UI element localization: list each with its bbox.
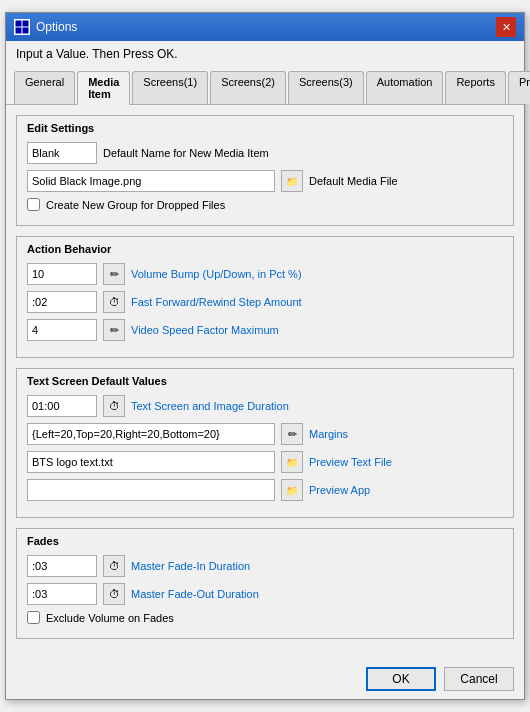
preview-app-label: Preview App xyxy=(309,484,370,496)
fade-out-label: Master Fade-Out Duration xyxy=(131,588,259,600)
text-screen-title: Text Screen Default Values xyxy=(27,375,503,387)
clock-icon2 xyxy=(109,399,120,413)
svg-rect-2 xyxy=(16,28,21,33)
duration-row: Text Screen and Image Duration xyxy=(27,395,503,417)
preview-text-label: Preview Text File xyxy=(309,456,392,468)
fade-out-clock-button[interactable] xyxy=(103,583,125,605)
fast-forward-input[interactable] xyxy=(27,291,97,313)
text-screen-section: Text Screen Default Values Text Screen a… xyxy=(16,368,514,518)
tab-general[interactable]: General xyxy=(14,71,75,104)
fade-in-input[interactable] xyxy=(27,555,97,577)
default-file-input[interactable] xyxy=(27,170,275,192)
folder-icon2 xyxy=(286,455,298,469)
close-button[interactable]: ✕ xyxy=(496,17,516,37)
margins-label: Margins xyxy=(309,428,348,440)
create-group-checkbox[interactable] xyxy=(27,198,40,211)
tab-screens2[interactable]: Screens(2) xyxy=(210,71,286,104)
instruction-text: Input a Value. Then Press OK. xyxy=(6,41,524,67)
preview-text-browse-button[interactable] xyxy=(281,451,303,473)
ok-button[interactable]: OK xyxy=(366,667,436,691)
preview-text-row: Preview Text File xyxy=(27,451,503,473)
window-title: Options xyxy=(36,20,77,34)
preview-app-browse-button[interactable] xyxy=(281,479,303,501)
edit-settings-section: Edit Settings Default Name for New Media… xyxy=(16,115,514,226)
video-speed-label: Video Speed Factor Maximum xyxy=(131,324,279,336)
title-bar-left: Options xyxy=(14,19,77,35)
folder-icon3 xyxy=(286,483,298,497)
video-speed-edit-button[interactable] xyxy=(103,319,125,341)
fade-in-row: Master Fade-In Duration xyxy=(27,555,503,577)
fast-forward-label: Fast Forward/Rewind Step Amount xyxy=(131,296,302,308)
pencil-icon xyxy=(110,267,119,281)
tab-program[interactable]: Program xyxy=(508,71,530,104)
preview-app-row: Preview App xyxy=(27,479,503,501)
tab-media-item[interactable]: Media Item xyxy=(77,71,130,105)
preview-app-input[interactable] xyxy=(27,479,275,501)
exclude-volume-row: Exclude Volume on Fades xyxy=(27,611,503,624)
default-name-row: Default Name for New Media Item xyxy=(27,142,503,164)
tab-screens1[interactable]: Screens(1) xyxy=(132,71,208,104)
margins-input[interactable] xyxy=(27,423,275,445)
fade-in-clock-button[interactable] xyxy=(103,555,125,577)
fade-out-input[interactable] xyxy=(27,583,97,605)
volume-bump-input[interactable] xyxy=(27,263,97,285)
cancel-button[interactable]: Cancel xyxy=(444,667,514,691)
svg-rect-1 xyxy=(23,21,28,26)
volume-bump-row: Volume Bump (Up/Down, in Pct %) xyxy=(27,263,503,285)
default-file-browse-button[interactable] xyxy=(281,170,303,192)
exclude-volume-label: Exclude Volume on Fades xyxy=(46,612,174,624)
clock-icon xyxy=(109,295,120,309)
pencil-icon3 xyxy=(288,427,297,441)
margins-row: Margins xyxy=(27,423,503,445)
volume-bump-edit-button[interactable] xyxy=(103,263,125,285)
default-name-input[interactable] xyxy=(27,142,97,164)
duration-input[interactable] xyxy=(27,395,97,417)
pencil-icon2 xyxy=(110,323,119,337)
create-group-label: Create New Group for Dropped Files xyxy=(46,199,225,211)
footer: OK Cancel xyxy=(6,659,524,699)
duration-label: Text Screen and Image Duration xyxy=(131,400,289,412)
fades-title: Fades xyxy=(27,535,503,547)
tab-automation[interactable]: Automation xyxy=(366,71,444,104)
svg-rect-0 xyxy=(16,21,21,26)
video-speed-input[interactable] xyxy=(27,319,97,341)
options-window: Options ✕ Input a Value. Then Press OK. … xyxy=(5,12,525,700)
action-behavior-section: Action Behavior Volume Bump (Up/Down, in… xyxy=(16,236,514,358)
create-group-row: Create New Group for Dropped Files xyxy=(27,198,503,211)
fade-in-label: Master Fade-In Duration xyxy=(131,560,250,572)
duration-clock-button[interactable] xyxy=(103,395,125,417)
folder-icon xyxy=(286,174,298,188)
fades-section: Fades Master Fade-In Duration Master Fad… xyxy=(16,528,514,639)
default-file-row: Default Media File xyxy=(27,170,503,192)
fast-forward-edit-button[interactable] xyxy=(103,291,125,313)
volume-bump-label: Volume Bump (Up/Down, in Pct %) xyxy=(131,268,302,280)
tab-bar: General Media Item Screens(1) Screens(2)… xyxy=(6,67,524,105)
video-speed-row: Video Speed Factor Maximum xyxy=(27,319,503,341)
clock-icon3 xyxy=(109,559,120,573)
window-icon xyxy=(14,19,30,35)
svg-rect-3 xyxy=(23,28,28,33)
default-file-label: Default Media File xyxy=(309,175,398,187)
action-behavior-title: Action Behavior xyxy=(27,243,503,255)
fade-out-row: Master Fade-Out Duration xyxy=(27,583,503,605)
fast-forward-row: Fast Forward/Rewind Step Amount xyxy=(27,291,503,313)
default-name-label: Default Name for New Media Item xyxy=(103,147,269,159)
main-content: Edit Settings Default Name for New Media… xyxy=(6,105,524,659)
margins-edit-button[interactable] xyxy=(281,423,303,445)
clock-icon4 xyxy=(109,587,120,601)
edit-settings-title: Edit Settings xyxy=(27,122,503,134)
title-bar: Options ✕ xyxy=(6,13,524,41)
preview-text-input[interactable] xyxy=(27,451,275,473)
exclude-volume-checkbox[interactable] xyxy=(27,611,40,624)
tab-screens3[interactable]: Screens(3) xyxy=(288,71,364,104)
tab-reports[interactable]: Reports xyxy=(445,71,506,104)
